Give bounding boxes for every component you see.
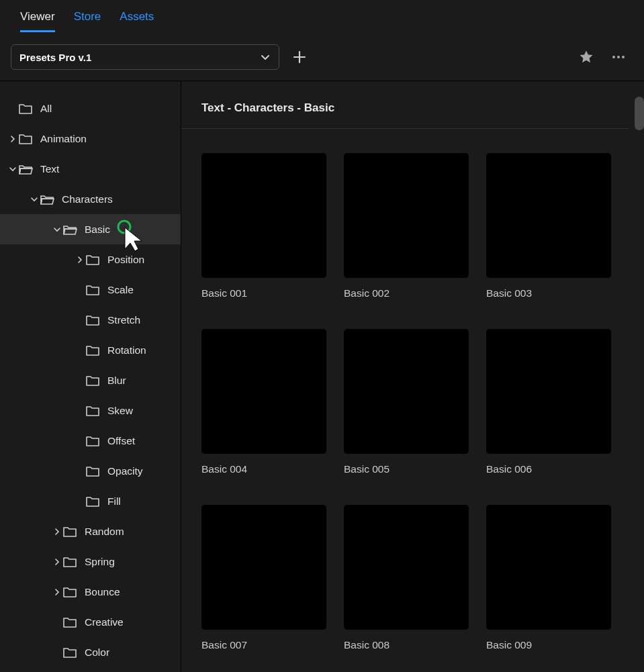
more-button[interactable] xyxy=(609,48,628,66)
preset-card[interactable]: Basic 004 xyxy=(201,329,326,475)
preset-card[interactable]: Basic 001 xyxy=(201,153,326,299)
chevron-right-icon[interactable] xyxy=(75,256,85,263)
tree-item-color[interactable]: Color xyxy=(0,637,181,667)
tree-item-random[interactable]: Random xyxy=(0,516,181,546)
chevron-down-icon[interactable] xyxy=(8,166,17,173)
preset-card[interactable]: Basic 007 xyxy=(201,505,326,651)
folder-icon xyxy=(85,282,101,298)
preset-card[interactable]: Basic 005 xyxy=(344,329,469,475)
folder-open-icon xyxy=(17,161,34,177)
svg-point-2 xyxy=(622,56,625,58)
folder-icon xyxy=(85,252,101,268)
tree-item-bounce[interactable]: Bounce xyxy=(0,577,181,607)
preset-dropdown-value: Presets Pro v.1 xyxy=(19,52,91,63)
tree-item-label: Basic xyxy=(85,224,110,236)
toolbar: Presets Pro v.1 xyxy=(0,34,644,81)
tree-item-offset[interactable]: Offset xyxy=(0,426,181,456)
tree-item-fill[interactable]: Fill xyxy=(0,486,181,516)
tree-item-spring[interactable]: Spring xyxy=(0,546,181,577)
breadcrumb: Text - Characters - Basic xyxy=(181,101,629,129)
tree-item-label: Animation xyxy=(40,133,87,145)
tree-item-label: Skew xyxy=(107,405,133,417)
tree-item-creative[interactable]: Creative xyxy=(0,607,181,637)
chevron-right-icon[interactable] xyxy=(52,528,62,535)
tree-item-label: Scale xyxy=(107,284,134,296)
preset-label: Basic 003 xyxy=(486,287,611,299)
preset-card[interactable]: Basic 003 xyxy=(486,153,611,299)
preset-thumbnail xyxy=(201,153,326,278)
tree-item-label: Spring xyxy=(85,556,115,568)
tree-item-animation[interactable]: Animation xyxy=(0,124,181,154)
folder-icon xyxy=(62,584,78,600)
chevron-right-icon[interactable] xyxy=(52,559,62,565)
preset-thumbnail xyxy=(344,329,469,454)
chevron-down-icon xyxy=(260,52,271,62)
chevron-right-icon[interactable] xyxy=(52,589,62,595)
preset-grid: Basic 001Basic 002Basic 003Basic 004Basi… xyxy=(181,153,644,651)
tree-item-label: Position xyxy=(107,254,144,266)
chevron-right-icon[interactable] xyxy=(8,136,17,142)
tree-item-label: Characters xyxy=(62,193,113,205)
folder-icon xyxy=(85,493,101,510)
preset-thumbnail xyxy=(486,329,611,454)
tab-viewer[interactable]: Viewer xyxy=(20,10,55,32)
folder-icon xyxy=(62,644,78,661)
preset-label: Basic 006 xyxy=(486,463,611,475)
folder-icon xyxy=(85,433,101,449)
tree-item-label: Opacity xyxy=(107,465,143,477)
folder-icon xyxy=(85,342,101,358)
tree-item-rotation[interactable]: Rotation xyxy=(0,335,181,365)
preset-card[interactable]: Basic 009 xyxy=(486,505,611,651)
tree-item-position[interactable]: Position xyxy=(0,244,181,275)
tree-item-scale[interactable]: Scale xyxy=(0,275,181,305)
tree-item-label: Rotation xyxy=(107,344,146,356)
folder-icon xyxy=(62,524,78,540)
preset-thumbnail xyxy=(486,505,611,630)
folder-icon xyxy=(17,131,34,147)
tree-item-opacity[interactable]: Opacity xyxy=(0,456,181,486)
preset-card[interactable]: Basic 006 xyxy=(486,329,611,475)
preset-card[interactable]: Basic 002 xyxy=(344,153,469,299)
preset-thumbnail xyxy=(486,153,611,278)
preset-thumbnail xyxy=(201,329,326,454)
folder-icon xyxy=(85,312,101,328)
folder-icon xyxy=(85,463,101,479)
tree-item-label: Fill xyxy=(107,495,121,508)
folder-icon xyxy=(62,614,78,630)
tree-item-characters[interactable]: Characters xyxy=(0,184,181,214)
scrollbar-thumb[interactable] xyxy=(635,97,644,130)
preset-label: Basic 004 xyxy=(201,463,326,475)
tab-store[interactable]: Store xyxy=(74,10,101,32)
preset-card[interactable]: Basic 008 xyxy=(344,505,469,651)
content-panel: Text - Characters - Basic Basic 001Basic… xyxy=(181,81,644,672)
tab-assets[interactable]: Assets xyxy=(120,10,154,32)
preset-thumbnail xyxy=(344,153,469,278)
tree-item-label: Text xyxy=(40,163,59,175)
folder-icon xyxy=(62,554,78,570)
tree-item-label: Random xyxy=(85,526,124,538)
add-button[interactable] xyxy=(290,48,309,66)
preset-thumbnail xyxy=(201,505,326,630)
tree-item-label: Creative xyxy=(85,616,124,628)
preset-label: Basic 001 xyxy=(201,287,326,299)
preset-dropdown[interactable]: Presets Pro v.1 xyxy=(11,44,279,70)
tree-item-label: Bounce xyxy=(85,586,120,598)
favorite-button[interactable] xyxy=(577,48,596,66)
tree-item-label: All xyxy=(40,103,52,115)
tree-item-text[interactable]: Text xyxy=(0,154,181,184)
folder-icon xyxy=(85,373,101,389)
tree-item-stretch[interactable]: Stretch xyxy=(0,305,181,335)
tree-item-basic[interactable]: Basic xyxy=(0,214,181,244)
main-split: AllAnimationTextCharactersBasicPositionS… xyxy=(0,81,644,672)
folder-open-icon xyxy=(62,222,78,238)
tree-item-skew[interactable]: Skew xyxy=(0,395,181,426)
preset-label: Basic 007 xyxy=(201,639,326,651)
preset-label: Basic 005 xyxy=(344,463,469,475)
folder-open-icon xyxy=(39,191,55,207)
chevron-down-icon[interactable] xyxy=(30,196,39,203)
tree-item-all[interactable]: All xyxy=(0,93,181,124)
chevron-down-icon[interactable] xyxy=(52,226,62,233)
preset-label: Basic 009 xyxy=(486,639,611,651)
svg-point-0 xyxy=(612,56,615,58)
tree-item-blur[interactable]: Blur xyxy=(0,365,181,395)
